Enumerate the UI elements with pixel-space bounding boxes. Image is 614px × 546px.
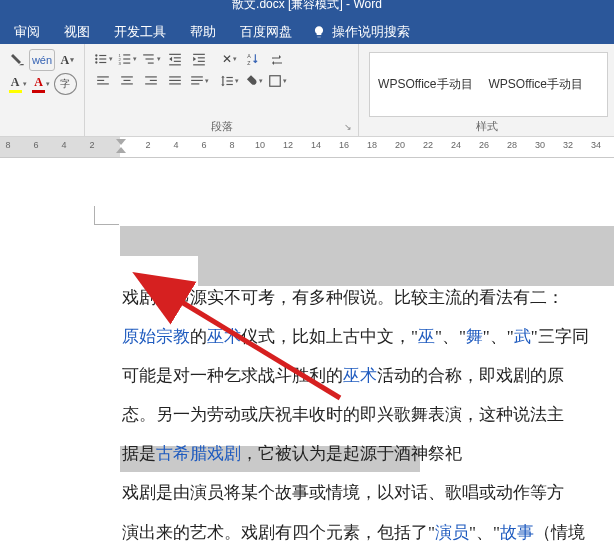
bullets-icon[interactable] [92,49,114,69]
svg-rect-41 [226,80,232,81]
ruler-tick-label: 2 [89,140,94,150]
clear-format-icon[interactable] [7,50,27,70]
ribbon: wén A A A 字 123 [0,44,614,137]
svg-text:Z: Z [247,60,251,66]
align-left-icon[interactable] [92,71,114,91]
svg-rect-17 [174,61,181,62]
asian-layout-icon[interactable]: ✕ [218,49,240,69]
show-marks-icon[interactable] [266,49,288,69]
ruler-tick-label: 14 [311,140,321,150]
svg-rect-43 [269,76,280,87]
multilevel-list-icon[interactable] [140,49,162,69]
window-title-bar: 散文.docx [兼容模式] - Word [0,0,614,20]
svg-rect-35 [169,80,181,81]
svg-rect-29 [124,80,131,81]
tell-me-search[interactable]: 操作说明搜索 [304,23,410,41]
ruler-tick-label: 6 [33,140,38,150]
svg-rect-37 [191,76,203,77]
font-group-partial: wén A A A 字 [0,44,85,136]
ruler-tick-label: 24 [451,140,461,150]
svg-rect-32 [150,80,157,81]
tab-baidu[interactable]: 百度网盘 [228,23,304,41]
svg-rect-12 [143,54,154,55]
svg-rect-39 [191,83,199,84]
svg-rect-18 [169,64,181,65]
svg-rect-16 [174,57,181,58]
hyperlink[interactable]: 原始宗教 [122,327,190,346]
align-center-icon[interactable] [116,71,138,91]
svg-rect-34 [169,76,181,77]
lightbulb-icon [312,25,326,39]
svg-rect-3 [99,58,106,59]
sort-icon[interactable]: AZ [242,49,264,69]
styles-group: WPSOffice手动目 WPSOffice手动目 样式 [359,44,614,136]
svg-rect-38 [191,80,203,81]
enclose-char-icon[interactable]: 字 [54,73,77,95]
decrease-indent-icon[interactable] [164,49,186,69]
horizontal-ruler[interactable]: 8 6 4 2 2 4 6 8 10 12 14 16 18 20 22 24 … [0,137,614,158]
change-case-icon[interactable]: A [57,50,77,70]
ruler-tick-label: 8 [5,140,10,150]
svg-rect-21 [198,61,205,62]
style-item-2[interactable]: WPSOffice手动目 [489,76,583,93]
hyperlink[interactable]: 舞 [466,327,483,346]
ruler-tick-label: 16 [339,140,349,150]
style-item-1[interactable]: WPSOffice手动目 [378,76,472,93]
ruler-tick-label: 20 [395,140,405,150]
ruler-tick-label: 8 [229,140,234,150]
style-gallery[interactable]: WPSOffice手动目 WPSOffice手动目 [369,52,608,117]
ruler-tick-label: 4 [61,140,66,150]
hyperlink[interactable]: 古希腊戏剧 [156,444,241,463]
svg-rect-40 [226,77,232,78]
line-spacing-icon[interactable] [218,71,240,91]
align-right-icon[interactable] [140,71,162,91]
ruler-tick-label: 6 [201,140,206,150]
document-text[interactable]: 戏剧的起源实不可考，有多种假说。比较主流的看法有二： 原始宗教的巫术仪式，比如上… [122,278,614,546]
page-corner-mark [94,206,119,225]
increase-indent-icon[interactable] [188,49,210,69]
align-justify-icon[interactable] [164,71,186,91]
ruler-tick-label: 12 [283,140,293,150]
svg-rect-7 [123,54,130,55]
svg-rect-28 [121,76,133,77]
svg-rect-20 [198,57,205,58]
hyperlink[interactable]: 故事 [500,523,534,542]
svg-rect-27 [97,83,109,84]
distribute-icon[interactable] [188,71,210,91]
hyperlink[interactable]: 巫 [418,327,435,346]
ruler-margin-shade [0,137,120,157]
tab-view[interactable]: 视图 [52,23,102,41]
font-color-icon[interactable]: A [30,74,51,94]
ruler-tick-label: 4 [173,140,178,150]
text-selection [120,226,614,256]
shading-icon[interactable] [242,71,264,91]
hyperlink[interactable]: 巫术 [343,366,377,385]
ruler-tick-label: 26 [479,140,489,150]
hyperlink[interactable]: 演员 [435,523,469,542]
svg-rect-33 [145,83,157,84]
highlight-color-icon[interactable]: A [7,74,28,94]
paragraph-launcher-icon[interactable]: ↘ [344,122,352,132]
hyperlink[interactable]: 武 [514,327,531,346]
ruler-tick-label: 2 [145,140,150,150]
first-line-indent-marker[interactable] [116,139,126,145]
tell-me-label: 操作说明搜索 [332,23,410,41]
borders-icon[interactable] [266,71,288,91]
svg-point-2 [95,58,97,60]
ruler-tick-label: 32 [563,140,573,150]
paragraph-group-label: 段落 ↘ [91,117,352,134]
svg-rect-31 [145,76,157,77]
document-title: 散文.docx [兼容模式] - Word [232,0,382,13]
tab-developer[interactable]: 开发工具 [102,23,178,41]
svg-rect-42 [226,84,232,85]
tab-review[interactable]: 审阅 [2,23,52,41]
text-run: 戏剧的起源实不可考，有多种假说。比较主流的看法有二： [122,288,564,307]
tab-help[interactable]: 帮助 [178,23,228,41]
numbering-icon[interactable]: 123 [116,49,138,69]
hyperlink[interactable]: 巫术 [207,327,241,346]
svg-point-0 [95,54,97,56]
document-area[interactable]: 戏剧的起源实不可考，有多种假说。比较主流的看法有二： 原始宗教的巫术仪式，比如上… [0,158,614,546]
phonetic-guide-icon[interactable]: wén [29,49,55,71]
ruler-tick-label: 30 [535,140,545,150]
hanging-indent-marker[interactable] [116,147,126,153]
